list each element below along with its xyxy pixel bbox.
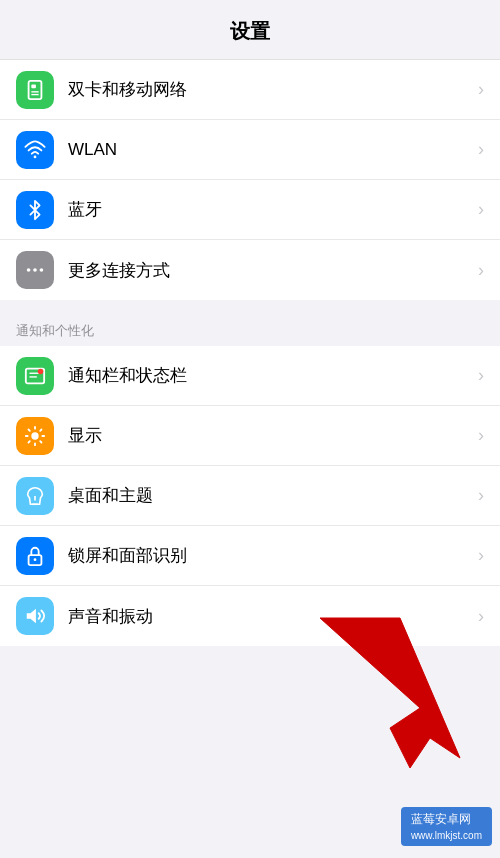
display-icon (16, 417, 54, 455)
svg-point-12 (31, 432, 38, 439)
notification-bar-chevron: › (478, 365, 484, 386)
watermark: 蓝莓安卓网 www.lmkjst.com (401, 807, 492, 846)
section-label-notifications: 通知和个性化 (0, 308, 500, 346)
dual-sim-icon (16, 71, 54, 109)
more-connections-chevron: › (478, 260, 484, 281)
svg-rect-1 (31, 84, 36, 88)
svg-point-4 (34, 155, 37, 158)
settings-item-dual-sim[interactable]: 双卡和移动网络 › (0, 60, 500, 120)
notification-bar-label: 通知栏和状态栏 (68, 364, 478, 387)
settings-item-desktop-theme[interactable]: 桌面和主题 › (0, 466, 500, 526)
notifications-group: 通知栏和状态栏 › 显示 › 桌面和主题 › (0, 346, 500, 646)
settings-item-notification-bar[interactable]: 通知栏和状态栏 › (0, 346, 500, 406)
desktop-theme-label: 桌面和主题 (68, 484, 478, 507)
wlan-label: WLAN (68, 140, 478, 160)
lockscreen-label: 锁屏和面部识别 (68, 544, 478, 567)
dual-sim-label: 双卡和移动网络 (68, 78, 478, 101)
svg-point-11 (38, 368, 44, 374)
sound-icon (16, 597, 54, 635)
sound-label: 声音和振动 (68, 605, 478, 628)
wlan-icon (16, 131, 54, 169)
display-label: 显示 (68, 424, 478, 447)
sound-chevron: › (478, 606, 484, 627)
settings-item-sound[interactable]: 声音和振动 › (0, 586, 500, 646)
more-connections-label: 更多连接方式 (68, 259, 478, 282)
settings-item-wlan[interactable]: WLAN › (0, 120, 500, 180)
settings-item-display[interactable]: 显示 › (0, 406, 500, 466)
lockscreen-chevron: › (478, 545, 484, 566)
display-chevron: › (478, 425, 484, 446)
svg-rect-0 (29, 80, 42, 98)
desktop-theme-chevron: › (478, 485, 484, 506)
page-header: 设置 (0, 0, 500, 60)
connectivity-group: 双卡和移动网络 › WLAN › 蓝牙 › (0, 60, 500, 300)
section-divider (0, 300, 500, 308)
bluetooth-label: 蓝牙 (68, 198, 478, 221)
bluetooth-chevron: › (478, 199, 484, 220)
dual-sim-chevron: › (478, 79, 484, 100)
settings-item-lockscreen[interactable]: 锁屏和面部识别 › (0, 526, 500, 586)
settings-item-bluetooth[interactable]: 蓝牙 › (0, 180, 500, 240)
svg-point-16 (34, 558, 37, 561)
more-connections-icon (16, 251, 54, 289)
page-title: 设置 (230, 20, 270, 42)
bluetooth-icon (16, 191, 54, 229)
lockscreen-icon (16, 537, 54, 575)
desktop-theme-icon (16, 477, 54, 515)
svg-point-7 (40, 268, 44, 272)
wlan-chevron: › (478, 139, 484, 160)
svg-point-6 (33, 268, 37, 272)
svg-marker-17 (27, 609, 36, 624)
svg-point-5 (27, 268, 31, 272)
notification-bar-icon (16, 357, 54, 395)
settings-item-more-connections[interactable]: 更多连接方式 › (0, 240, 500, 300)
